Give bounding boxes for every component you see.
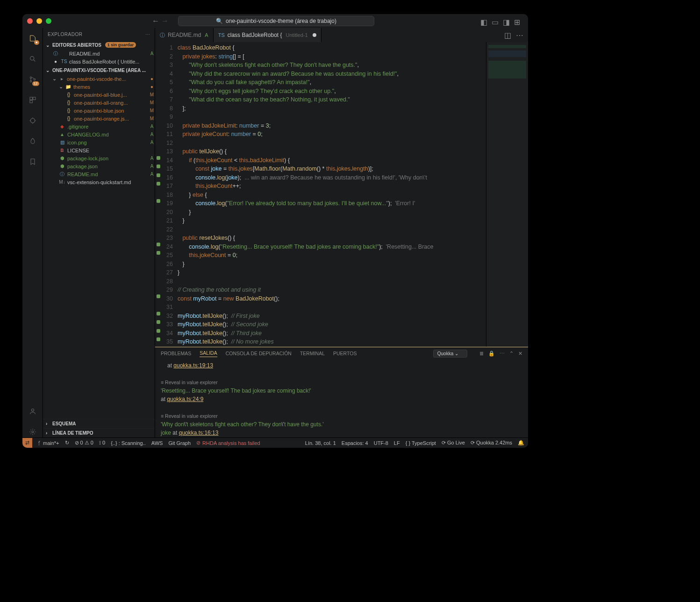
file-icon: ⓘ <box>160 32 165 39</box>
statusbar: ⇄ ᚶ main*+ ↻ ⊘ 0 ⚠ 0 ⟟ 0 {..} : Scanning… <box>22 437 528 448</box>
output-filter-icon[interactable]: ≣ <box>479 351 484 357</box>
status-radio[interactable]: ⟟ 0 <box>99 440 105 446</box>
outline-header[interactable]: › ESQUEMA <box>43 419 155 428</box>
workspace-header[interactable]: ⌄ ONE-PAUINTXI-VSCODE-THEME (ÁREA ... <box>43 65 155 75</box>
chevron-down-icon: ⌄ <box>52 76 57 82</box>
file-item[interactable]: {}one-pauintxi-all-orang...M <box>43 99 155 107</box>
activity-run-debug[interactable] <box>27 115 38 126</box>
file-label: one-pauintxi-all-blue.j... <box>74 92 147 98</box>
tab-label: README.md <box>168 32 201 38</box>
output-channel-select[interactable]: Quokka ⌄ <box>433 350 467 358</box>
svg-rect-6 <box>30 100 32 103</box>
status-scanning[interactable]: {..} : Scanning.. <box>111 440 146 446</box>
status-bell-icon[interactable]: 🔔 <box>518 440 524 446</box>
status-gitgraph[interactable]: Git Graph <box>168 440 191 446</box>
open-editors-header[interactable]: ⌄ EDITORES ABIERTOS 1 sin guardar <box>43 40 155 50</box>
output-body[interactable]: at quokka.ts:19:13 Reveal in value explo… <box>155 359 528 437</box>
panel-tab-terminal[interactable]: TERMINAL <box>300 351 325 356</box>
file-status: M <box>149 108 155 113</box>
file-label: themes <box>73 84 147 90</box>
open-editors-label: EDITORES ABIERTOS <box>52 43 101 48</box>
status-spaces[interactable]: Espacios: 4 <box>342 440 368 446</box>
activity-source-control[interactable]: 12 <box>27 74 38 85</box>
output-lock-icon[interactable]: 🔒 <box>488 351 495 357</box>
file-item[interactable]: {}one-pauintxi-blue.jsonM <box>43 107 155 115</box>
editor-more-icon[interactable]: ⋯ <box>516 31 523 40</box>
svg-point-1 <box>30 77 31 78</box>
maximize-window[interactable] <box>46 18 51 24</box>
layout-customize-icon[interactable]: ⊞ <box>514 18 521 24</box>
remote-indicator[interactable]: ⇄ <box>22 438 32 448</box>
status-branch[interactable]: ᚶ main*+ <box>38 440 59 446</box>
activity-bookmarks[interactable] <box>27 156 38 167</box>
svg-point-0 <box>30 57 34 60</box>
file-icon: {} <box>65 116 72 121</box>
file-icon: ◆ <box>59 124 65 129</box>
file-item[interactable]: ⓘREADME.mdA <box>43 170 155 178</box>
file-status: M <box>149 116 155 121</box>
folder-item[interactable]: ⌄📁themes● <box>43 83 155 91</box>
nav-forward-icon[interactable]: → <box>161 17 169 25</box>
activity-settings[interactable] <box>27 426 38 437</box>
outline-label: ESQUEMA <box>52 421 76 426</box>
panel-tab-ports[interactable]: PUERTOS <box>333 351 357 356</box>
editor-tab[interactable]: ⓘREADME.mdA <box>155 28 214 42</box>
file-status: ● <box>149 76 155 81</box>
minimize-window[interactable] <box>36 18 42 24</box>
status-cursor[interactable]: Lín. 38, col. 1 <box>305 440 336 446</box>
panel-tab-problems[interactable]: PROBLEMAS <box>161 351 191 356</box>
activity-explorer[interactable]: ● <box>27 33 38 44</box>
status-sync[interactable]: ↻ <box>65 440 69 446</box>
folder-item[interactable]: ⌄▸one-pauintxi-vscode-the...● <box>43 75 155 83</box>
titlebar: ← → 🔍 one-pauintxi-vscode-theme (área de… <box>22 14 528 28</box>
file-item[interactable]: ⬢package.jsonA <box>43 162 155 170</box>
activity-quokka[interactable] <box>27 136 38 147</box>
activity-search[interactable] <box>27 53 38 64</box>
file-item[interactable]: 🗎LICENSE <box>43 146 155 154</box>
panel-tab-debug-console[interactable]: CONSOLA DE DEPURACIÓN <box>226 351 292 356</box>
split-editor-icon[interactable]: ◫ <box>504 31 511 40</box>
panel-tab-output[interactable]: SALIDA <box>200 350 217 357</box>
nav-back-icon[interactable]: ← <box>152 17 159 25</box>
file-icon: M↓ <box>59 179 65 185</box>
layout-sidebar-right-icon[interactable]: ◨ <box>503 18 509 24</box>
file-item[interactable]: M↓vsc-extension-quickstart.md <box>43 178 155 186</box>
layout-sidebar-left-icon[interactable]: ◧ <box>480 18 487 24</box>
file-item[interactable]: {}one-pauintxi-all-blue.j...M <box>43 91 155 99</box>
status-aws[interactable]: AWS <box>151 440 163 446</box>
file-icon: ⬢ <box>59 156 65 161</box>
panel-close-icon[interactable]: ✕ <box>518 351 522 357</box>
file-item[interactable]: {}one-pauintxi-orange.js...M <box>43 115 155 122</box>
activity-extensions[interactable] <box>27 94 38 106</box>
timeline-label: LÍNEA DE TIEMPO <box>52 430 93 436</box>
unsaved-badge: 1 sin guardar <box>105 42 136 48</box>
output-channel-value: Quokka <box>437 351 453 356</box>
editor-body[interactable]: 1234567891011121314151617181920212223242… <box>155 42 528 347</box>
status-golive[interactable]: ⟳ Go Live <box>442 440 465 446</box>
file-item[interactable]: ▲CHANGELOG.mdA <box>43 130 155 138</box>
panel-maximize-icon[interactable]: ⌃ <box>509 351 514 357</box>
file-item[interactable]: ⬢package-lock.jsonA <box>43 154 155 162</box>
status-eol[interactable]: LF <box>394 440 400 446</box>
editor-tab[interactable]: TSclass BadJokeRobot {Untitled-1 <box>214 28 321 42</box>
status-quokka[interactable]: ⟳ Quokka 2.42ms <box>471 440 512 446</box>
status-rhda[interactable]: ⊘ RHDA analysis has failed <box>196 440 260 446</box>
panel-more-icon[interactable]: ⋯ <box>500 351 505 357</box>
sidebar-more-icon[interactable]: ⋯ <box>145 32 150 37</box>
close-window[interactable] <box>27 18 33 24</box>
open-editor-item[interactable]: ●TSclass BadJokeRobot { Untitle... <box>43 57 155 65</box>
open-editor-item[interactable]: ⓘREADME.mdA <box>43 50 155 57</box>
activity-accounts[interactable] <box>27 406 38 417</box>
file-item[interactable]: ◆.gitignoreA <box>43 122 155 130</box>
timeline-header[interactable]: › LÍNEA DE TIEMPO <box>43 428 155 437</box>
file-item[interactable]: ▧icon.pngA <box>43 138 155 146</box>
status-problems[interactable]: ⊘ 0 ⚠ 0 <box>75 440 93 446</box>
bottom-panel: PROBLEMAS SALIDA CONSOLA DE DEPURACIÓN T… <box>155 347 528 437</box>
command-center[interactable]: 🔍 one-pauintxi-vscode-theme (área de tra… <box>178 16 374 26</box>
status-language[interactable]: { } TypeScript <box>406 440 436 446</box>
svg-rect-5 <box>33 97 35 100</box>
search-icon: 🔍 <box>216 18 223 24</box>
minimap[interactable] <box>486 42 528 347</box>
status-encoding[interactable]: UTF-8 <box>374 440 388 446</box>
layout-panel-icon[interactable]: ▭ <box>492 18 498 24</box>
